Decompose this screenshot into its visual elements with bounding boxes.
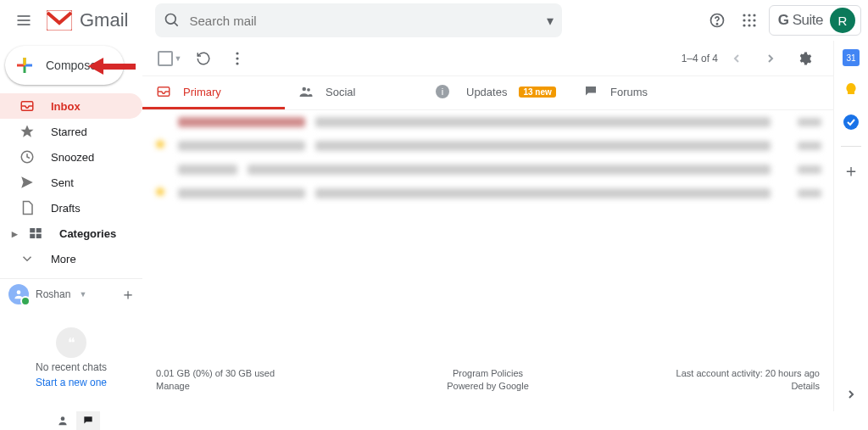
collapse-panel-button[interactable] [843,386,860,403]
next-page-button[interactable] [755,43,786,74]
svg-point-11 [743,19,745,21]
svg-point-10 [753,14,755,16]
updates-badge: 13 new [519,87,555,98]
sidebar-label: Starred [51,126,87,138]
gsuite-badge[interactable]: G G SuiteSuite R [769,5,861,36]
hangouts-contacts-tab[interactable] [51,411,75,430]
chat-bubble-icon: ❝ [56,327,86,358]
star-icon [19,124,36,139]
svg-marker-22 [21,126,34,137]
primary-tab-icon [156,84,171,99]
tab-social[interactable]: Social [285,76,427,109]
file-icon [19,200,36,215]
categories-icon [27,226,44,241]
sidebar: Compose Inbox Starred Snoozed Sent [0,41,142,411]
message-row[interactable] [142,134,833,158]
hamburger-menu-icon[interactable] [7,3,41,37]
svg-point-29 [17,290,21,294]
tab-updates[interactable]: i Updates 13 new [427,76,570,109]
sidebar-item-drafts[interactable]: Drafts [0,195,142,221]
new-conversation-button[interactable]: ＋ [120,284,136,304]
sidebar-item-inbox[interactable]: Inbox [0,93,142,119]
inbox-icon [19,98,36,114]
sidebar-item-starred[interactable]: Starred [0,119,142,144]
hangouts-user[interactable]: Roshan ▼ [8,284,86,304]
svg-point-35 [307,88,310,92]
message-row[interactable] [142,110,833,134]
svg-point-14 [743,24,745,26]
tab-primary[interactable]: Primary [142,76,285,109]
sidebar-label: More [51,253,76,265]
sidebar-item-categories[interactable]: ▸ Categories [0,221,142,246]
start-new-chat-link[interactable]: Start a new one [36,377,107,388]
last-activity-text: Last account activity: 20 hours ago [676,368,820,378]
svg-rect-28 [36,234,42,238]
sidebar-label: Categories [59,227,116,240]
sidebar-label: Sent [51,176,74,189]
gmail-logo-icon [42,3,76,37]
sidebar-item-sent[interactable]: Sent [0,170,142,195]
svg-point-4 [166,14,176,25]
gmail-logo-text: Gmail [80,9,128,31]
hangouts-chat-tab[interactable] [76,411,100,430]
sidebar-label: Drafts [51,202,81,215]
chevron-down-icon [19,251,36,266]
send-icon [19,175,36,190]
activity-details-link[interactable]: Details [791,381,820,391]
support-icon[interactable] [701,4,733,36]
svg-point-34 [303,87,307,92]
main-footer: 0.01 GB (0%) of 30 GB used Manage Progra… [142,368,833,411]
prev-page-button[interactable] [721,43,752,74]
powered-by-text: Powered by Google [447,381,529,391]
sidebar-item-more[interactable]: More [0,246,142,271]
storage-used-text: 0.01 GB (0%) of 30 GB used [156,368,377,378]
no-chats-text: No recent chats [36,361,107,373]
search-options-dropdown-icon[interactable]: ▾ [547,13,554,29]
app-header: Gmail ▾ G G SuiteSuite R [0,0,868,41]
message-row[interactable] [142,158,833,181]
svg-point-30 [236,52,238,54]
tab-label: Forums [610,86,648,98]
compose-plus-icon [14,54,36,76]
svg-point-9 [748,14,750,16]
svg-point-7 [716,24,717,25]
get-addons-button[interactable]: ＋ [843,162,860,179]
program-policies-link[interactable]: Program Policies [453,368,523,378]
sidebar-label: Snoozed [51,151,94,164]
sidebar-item-snoozed[interactable]: Snoozed [0,144,142,170]
tab-forums[interactable]: Forums [570,76,712,109]
more-actions-button[interactable] [222,43,253,74]
info-icon: i [436,85,449,98]
svg-rect-27 [30,234,35,238]
settings-gear-icon[interactable] [789,43,820,74]
svg-point-12 [748,19,750,21]
tasks-addon-icon[interactable] [843,114,860,131]
main-pane: ▼ 1–4 of 4 Primary Social i Updates 13 n… [142,41,834,411]
keep-addon-icon[interactable] [843,81,860,98]
svg-point-15 [748,24,750,26]
manage-storage-link[interactable]: Manage [156,381,377,391]
search-bar[interactable]: ▾ [155,3,562,37]
select-all-checkbox[interactable]: ▼ [154,43,185,74]
user-avatar-icon [8,284,29,304]
svg-point-16 [753,24,755,26]
clock-icon [19,149,36,165]
account-avatar[interactable]: R [830,8,855,33]
refresh-button[interactable] [188,43,219,74]
calendar-addon-icon[interactable]: 31 [843,49,860,66]
svg-point-13 [753,19,755,21]
message-row[interactable] [142,181,833,205]
tab-label: Updates [466,86,507,98]
forums-tab-icon [583,84,598,99]
google-apps-icon[interactable] [733,4,765,36]
side-panel: 31 ＋ [834,41,868,411]
search-icon [164,12,181,29]
hangouts-empty-state: ❝ No recent chats Start a new one [0,304,142,411]
svg-marker-24 [21,176,33,188]
search-input[interactable] [189,14,547,28]
hangouts-header: Roshan ▼ ＋ [0,278,142,304]
chevron-right-icon: ▸ [10,227,19,240]
message-count: 1–4 of 4 [682,53,718,64]
svg-text:31: 31 [846,53,856,63]
annotation-arrow [88,58,136,75]
